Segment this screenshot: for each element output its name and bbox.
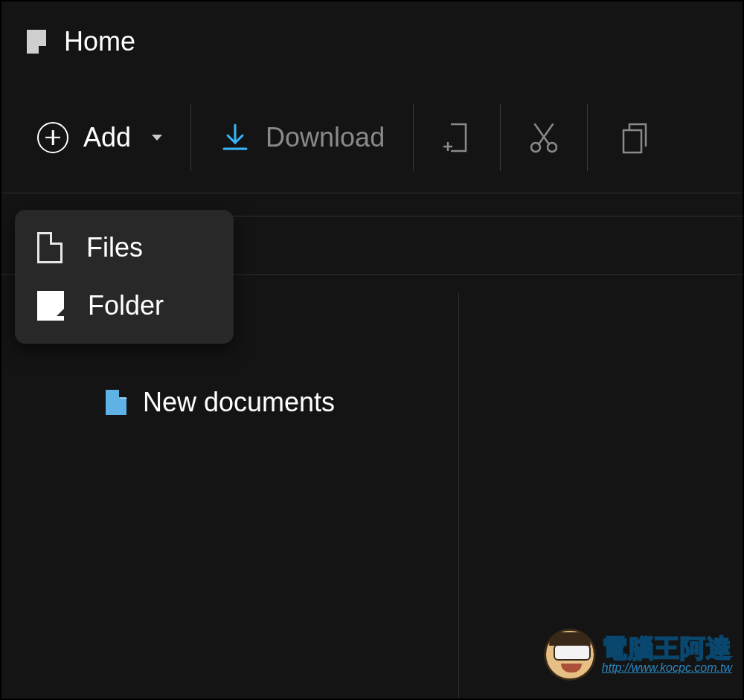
folder-item-new-documents[interactable]: New documents bbox=[106, 387, 335, 418]
new-file-button[interactable] bbox=[434, 115, 479, 160]
add-label: Add bbox=[83, 122, 131, 153]
chevron-down-icon bbox=[152, 135, 162, 141]
cut-button[interactable] bbox=[522, 115, 566, 160]
tab-title: Home bbox=[64, 26, 135, 57]
watermark-title: 電腦王阿達 bbox=[602, 635, 732, 661]
copy-icon bbox=[616, 120, 652, 155]
toolbar-separator bbox=[190, 104, 191, 171]
add-button[interactable]: Add bbox=[30, 100, 170, 175]
download-button[interactable]: Download bbox=[212, 100, 392, 175]
watermark-avatar-icon bbox=[544, 629, 596, 681]
menu-label: Folder bbox=[88, 290, 164, 321]
add-menu-files[interactable]: Files bbox=[15, 219, 234, 277]
folder-item-label: New documents bbox=[143, 387, 335, 418]
file-outline-icon bbox=[37, 232, 62, 263]
tab-home[interactable]: Home bbox=[27, 26, 135, 57]
toolbar-separator bbox=[587, 104, 588, 171]
download-icon bbox=[219, 122, 251, 153]
tab-bar: Home bbox=[1, 1, 743, 82]
watermark: 電腦王阿達 http://www.kocpc.com.tw bbox=[544, 629, 732, 681]
column-divider bbox=[458, 293, 459, 699]
download-label: Download bbox=[266, 122, 385, 153]
add-menu-folder[interactable]: Folder bbox=[15, 277, 234, 335]
plus-circle-icon bbox=[37, 122, 68, 153]
svg-rect-2 bbox=[623, 130, 641, 152]
add-dropdown-menu: Files Folder bbox=[15, 210, 234, 344]
watermark-url: http://www.kocpc.com.tw bbox=[602, 662, 732, 674]
menu-label: Files bbox=[86, 232, 143, 263]
home-tab-icon bbox=[27, 30, 46, 54]
folder-icon bbox=[37, 291, 64, 321]
toolbar-separator bbox=[500, 104, 501, 171]
document-icon bbox=[106, 390, 126, 415]
toolbar: Add Download bbox=[1, 82, 743, 193]
copy-button[interactable] bbox=[612, 115, 656, 160]
toolbar-separator bbox=[413, 104, 414, 171]
scissors-icon bbox=[526, 120, 562, 155]
new-file-icon bbox=[439, 120, 475, 155]
